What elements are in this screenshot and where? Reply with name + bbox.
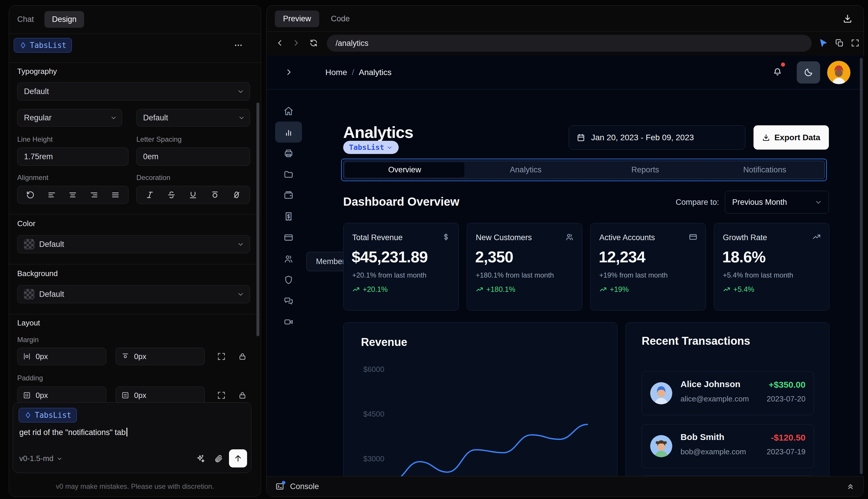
nav-back-icon[interactable]: [275, 39, 284, 47]
fullscreen-icon[interactable]: [851, 39, 859, 47]
sidebar-item-home[interactable]: [275, 100, 302, 122]
bell-icon[interactable]: [773, 67, 782, 76]
font-select[interactable]: Default: [17, 82, 250, 100]
background-swatch: [24, 289, 35, 300]
left-panel-scrollbar[interactable]: [257, 102, 259, 336]
strikethrough-icon[interactable]: [167, 191, 176, 199]
transaction-email: bob@example.com: [681, 447, 746, 457]
nav-forward-icon[interactable]: [292, 39, 300, 47]
breadcrumb-separator: /: [352, 68, 354, 77]
margin-y-icon: [121, 352, 129, 361]
sidebar-item-credit-card[interactable]: [275, 227, 302, 248]
transaction-item[interactable]: Alice Johnson alice@example.com +$350.00…: [642, 371, 814, 415]
tab-design[interactable]: Design: [45, 11, 84, 28]
tab-chat[interactable]: Chat: [15, 15, 36, 24]
attach-file-icon[interactable]: [214, 454, 223, 463]
margin-y-input[interactable]: 0px: [116, 348, 205, 365]
refresh-icon[interactable]: [309, 39, 318, 47]
font-weight-value: Regular: [24, 113, 52, 122]
sidebar-expand-icon[interactable]: [284, 68, 293, 76]
margin-expand-icon[interactable]: [217, 352, 226, 361]
app-tab-notifications[interactable]: Notifications: [705, 161, 824, 179]
chevron-down-icon: [815, 198, 822, 206]
prompt-box[interactable]: TabsList get rid of the "notifications" …: [13, 402, 251, 473]
tab-code[interactable]: Code: [329, 14, 352, 24]
selected-component-chip[interactable]: TabsList: [14, 38, 72, 52]
transaction-item[interactable]: Bob Smith bob@example.com -$120.50 2023-…: [642, 424, 814, 468]
send-button[interactable]: [229, 449, 247, 467]
export-data-button[interactable]: Export Data: [754, 125, 829, 149]
color-section-label: Color: [17, 219, 35, 228]
slash-zero-icon[interactable]: [232, 191, 241, 199]
chevron-down-icon: [237, 241, 245, 248]
prompt-chip-label: TabsList: [35, 411, 71, 419]
color-select[interactable]: Default: [17, 235, 250, 253]
app-tab-reports[interactable]: Reports: [586, 161, 705, 179]
sidebar-item-receipt[interactable]: [275, 206, 302, 227]
padding-x-input[interactable]: 0px: [17, 387, 106, 404]
inspect-pointer-icon[interactable]: [819, 38, 828, 48]
decoration-label: Decoration: [136, 173, 170, 182]
app-tab-overview[interactable]: Overview: [345, 162, 464, 177]
tab-preview[interactable]: Preview: [275, 11, 319, 27]
font-size-select[interactable]: Default: [136, 109, 250, 126]
compare-select[interactable]: Previous Month: [725, 191, 829, 214]
background-select[interactable]: Default: [17, 285, 250, 303]
sidebar-item-bar-chart[interactable]: [275, 122, 302, 143]
sidebar-item-video[interactable]: [275, 312, 302, 332]
model-selector[interactable]: v0-1.5-md: [19, 454, 63, 463]
chevron-down-icon: [57, 455, 63, 462]
stat-card-growth-rate: Growth Rate 18.6% +5.4% from last month …: [714, 223, 829, 311]
trending-up-icon: [812, 233, 821, 241]
line-height-label: Line Height: [17, 135, 52, 144]
chevrons-up-icon[interactable]: [846, 482, 855, 491]
sidebar-item-printer[interactable]: [275, 143, 302, 164]
sidebar-item-users[interactable]: [275, 248, 302, 269]
overline-icon[interactable]: [211, 191, 219, 199]
selected-component-badge[interactable]: TabsList: [343, 141, 399, 154]
letter-spacing-input[interactable]: 0em: [136, 147, 250, 166]
font-weight-select[interactable]: Regular: [17, 109, 122, 126]
line-height-input[interactable]: 1.75rem: [17, 147, 128, 166]
align-justify-icon[interactable]: [111, 191, 120, 199]
more-options-button[interactable]: [233, 40, 243, 50]
trending-up-icon: [599, 286, 607, 293]
console-bar[interactable]: Console: [266, 476, 864, 496]
italic-icon[interactable]: [146, 191, 154, 199]
underline-icon[interactable]: [189, 191, 197, 199]
app-scrollbar[interactable]: [860, 58, 863, 474]
transaction-name: Bob Smith: [681, 432, 724, 442]
stat-label: Active Accounts: [599, 233, 655, 242]
align-center-icon[interactable]: [69, 191, 77, 199]
download-icon[interactable]: [843, 14, 853, 24]
app-tab-analytics[interactable]: Analytics: [466, 161, 585, 179]
padding-expand-icon[interactable]: [217, 391, 226, 400]
url-bar[interactable]: /analytics: [327, 35, 811, 52]
sidebar-item-shield[interactable]: [275, 269, 302, 290]
stat-change: +20.1% from last month: [352, 271, 426, 279]
user-avatar[interactable]: [827, 61, 851, 84]
sidebar-item-wallet[interactable]: [275, 185, 302, 206]
prompt-component-chip[interactable]: TabsList: [19, 408, 77, 423]
enhance-prompt-icon[interactable]: [196, 454, 205, 463]
breadcrumb-home[interactable]: Home: [325, 68, 347, 77]
stat-change: +19% from last month: [599, 271, 668, 279]
sidebar-item-folder[interactable]: [275, 164, 302, 185]
shield-icon: [284, 275, 294, 285]
bar-chart-icon: [284, 127, 294, 137]
console-label: Console: [290, 482, 319, 491]
stat-trend: +19%: [599, 285, 629, 294]
prompt-input[interactable]: get rid of the "notifications" tab: [19, 428, 127, 437]
margin-x-input[interactable]: 0px: [17, 348, 106, 365]
theme-toggle-button[interactable]: [797, 61, 820, 84]
undo-icon[interactable]: [26, 191, 35, 199]
sidebar-item-messages[interactable]: [275, 290, 302, 312]
align-right-icon[interactable]: [90, 191, 98, 199]
align-left-icon[interactable]: [47, 191, 56, 199]
padding-lock-icon[interactable]: [238, 391, 247, 400]
copy-icon[interactable]: [835, 39, 844, 47]
date-range-picker[interactable]: Jan 20, 2023 - Feb 09, 2023: [569, 125, 745, 149]
margin-lock-icon[interactable]: [238, 352, 247, 361]
padding-y-input[interactable]: 0px: [116, 387, 205, 404]
padding-y-icon: [121, 391, 129, 399]
